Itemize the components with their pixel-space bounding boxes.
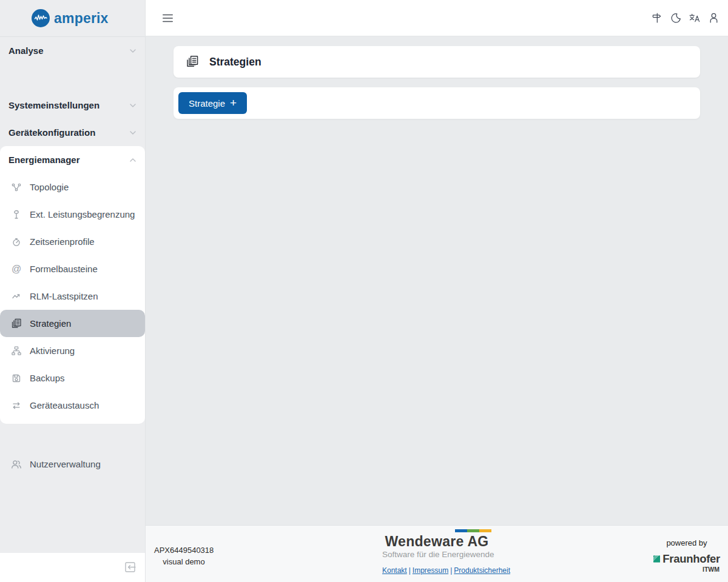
dark-mode-button[interactable]: [670, 12, 681, 24]
translate-icon: [689, 13, 701, 24]
sidebar-item-backups[interactable]: Backups: [0, 364, 145, 392]
sidebar-item-aktivierung[interactable]: Aktivierung: [0, 337, 145, 364]
chevron-down-icon: [129, 47, 137, 55]
device-info: APX6449540318 visual demo: [154, 544, 214, 567]
sidebar-nav: Analyse Systemeinstellungen Gerätekonfig…: [0, 37, 145, 553]
powered-by-label: powered by: [653, 538, 720, 547]
chevron-up-icon: [129, 156, 137, 164]
wendeware-company-name: Wendeware AG: [382, 534, 491, 549]
sidebar-section-energiemanager-expanded: Energiemanager Topologie: [0, 146, 145, 424]
kontakt-link[interactable]: Kontakt: [382, 566, 407, 575]
strategies-pages-icon: [186, 55, 199, 69]
fraunhofer-logo: Fraunhofer: [653, 551, 720, 567]
chevron-down-icon: [129, 101, 137, 110]
sidebar-item-strategien[interactable]: Strategien: [0, 310, 145, 337]
amperix-wave-icon: [32, 9, 50, 27]
menu-toggle-button[interactable]: [163, 13, 173, 23]
footer: APX6449540318 visual demo Wendeware AG S…: [146, 525, 728, 582]
wendeware-color-bar: [382, 529, 491, 532]
add-strategy-button[interactable]: Strategie +: [178, 92, 247, 114]
moon-icon: [670, 12, 681, 24]
collapse-left-arrow-icon: [124, 561, 137, 574]
fraunhofer-mark-icon: [653, 551, 660, 567]
language-button[interactable]: [689, 13, 701, 24]
sidebar-footer: [0, 553, 145, 582]
demo-mode-label: visual demo: [154, 556, 214, 567]
swap-arrows-icon: [11, 400, 22, 411]
wendeware-logo: Wendeware AG Software für die Energiewen…: [382, 529, 491, 575]
fraunhofer-name: Fraunhofer: [662, 552, 720, 566]
at-sign-icon: @: [11, 264, 22, 275]
users-icon: [11, 459, 22, 470]
main-content: Strategien Strategie +: [146, 36, 728, 525]
wendeware-tagline: Software für die Energiewende: [382, 550, 491, 560]
power-limit-mast-icon: [11, 209, 22, 220]
hamburger-icon: [163, 13, 173, 23]
guide-button[interactable]: [651, 12, 662, 24]
save-disk-icon: [11, 373, 22, 384]
footer-links: Kontakt|Impressum|Produktsicherheit: [382, 566, 491, 575]
plus-icon: +: [230, 97, 237, 109]
sidebar-section-systemeinstellungen[interactable]: Systemeinstellungen: [0, 92, 145, 119]
sidebar-item-rlm-lastspitzen[interactable]: RLM-Lastspitzen: [0, 283, 145, 310]
page-header-card: Strategien: [174, 46, 700, 78]
actions-card: Strategie +: [174, 87, 700, 119]
sidebar-item-formelbausteine[interactable]: @ Formelbausteine: [0, 255, 145, 283]
sidebar-section-geraetekonfiguration[interactable]: Gerätekonfiguration: [0, 119, 145, 146]
brand-logo[interactable]: amperix: [0, 0, 145, 37]
produktsicherheit-link[interactable]: Produktsicherheit: [454, 566, 510, 575]
impressum-link[interactable]: Impressum: [413, 566, 448, 575]
signpost-icon: [651, 12, 662, 24]
user-icon: [708, 12, 720, 24]
timer-icon: [11, 236, 22, 247]
app-window: amperix Analyse Systemeinstellungen Gerä…: [0, 0, 728, 582]
brand-name: amperix: [54, 10, 109, 27]
sidebar-section-energiemanager[interactable]: Energiemanager: [0, 146, 145, 173]
load-peak-arrow-icon: [11, 291, 22, 302]
device-id: APX6449540318: [154, 544, 214, 556]
sidebar-item-topologie[interactable]: Topologie: [0, 173, 145, 201]
sidebar-item-nutzerverwaltung[interactable]: Nutzerverwaltung: [0, 450, 145, 478]
sidebar-item-ext-leistungsbegrenzung[interactable]: Ext. Leistungsbegrenzung: [0, 201, 145, 228]
sidebar-item-geraeteaustausch[interactable]: Geräteaustausch: [0, 392, 145, 419]
account-button[interactable]: [708, 12, 720, 24]
sidebar-section-analyse[interactable]: Analyse: [0, 37, 145, 64]
strategies-pages-icon: [11, 318, 22, 329]
topbar: [146, 0, 728, 36]
topbar-icons: [651, 12, 720, 24]
sitemap-icon: [11, 346, 22, 356]
topology-icon: [11, 182, 22, 193]
content-column: Strategien Strategie + APX6449540318 vis…: [146, 0, 728, 582]
page-title: Strategien: [209, 56, 261, 69]
chevron-down-icon: [129, 129, 137, 137]
sidebar-item-zeitserienprofile[interactable]: Zeitserienprofile: [0, 228, 145, 255]
collapse-sidebar-button[interactable]: [124, 561, 137, 574]
sidebar: amperix Analyse Systemeinstellungen Gerä…: [0, 0, 146, 582]
powered-by-block: powered by Fraunhofer ITWM: [653, 538, 720, 573]
fraunhofer-unit: ITWM: [653, 566, 720, 573]
